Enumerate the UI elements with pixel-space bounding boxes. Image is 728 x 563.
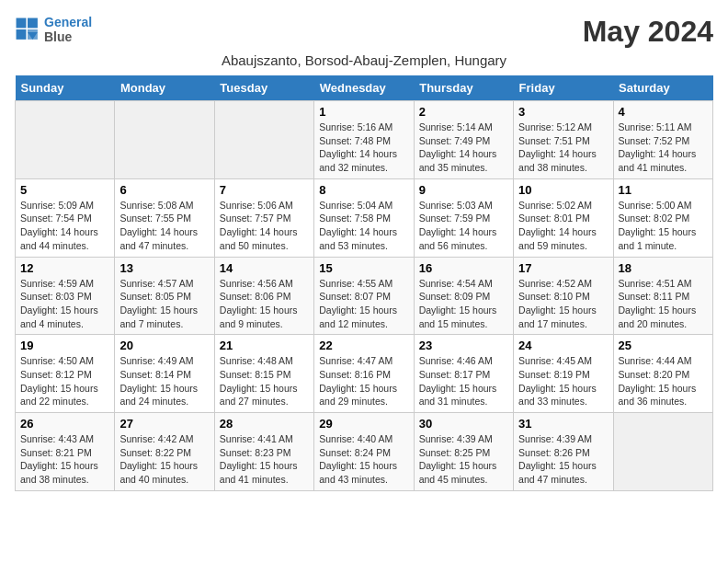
day-number: 27 — [119, 417, 209, 431]
day-number: 29 — [319, 417, 408, 431]
calendar-cell — [16, 101, 115, 179]
logo-icon — [15, 17, 40, 42]
calendar-cell: 22Sunrise: 4:47 AMSunset: 8:16 PMDayligh… — [314, 335, 414, 413]
day-number: 13 — [119, 261, 209, 275]
day-number: 8 — [319, 183, 408, 197]
calendar-cell: 8Sunrise: 5:04 AMSunset: 7:58 PMDaylight… — [314, 178, 414, 257]
calendar-cell: 19Sunrise: 4:50 AMSunset: 8:12 PMDayligh… — [16, 335, 115, 413]
day-number: 25 — [619, 339, 708, 352]
calendar-week-3: 12Sunrise: 4:59 AMSunset: 8:03 PMDayligh… — [16, 257, 713, 335]
day-info: Sunrise: 5:04 AMSunset: 7:58 PMDaylight:… — [319, 199, 408, 253]
calendar-cell: 27Sunrise: 4:42 AMSunset: 8:22 PMDayligh… — [115, 413, 214, 491]
header: General Blue May 2024 — [15, 15, 713, 49]
calendar-cell: 23Sunrise: 4:46 AMSunset: 8:17 PMDayligh… — [414, 335, 513, 413]
calendar-cell: 28Sunrise: 4:41 AMSunset: 8:23 PMDayligh… — [214, 413, 313, 491]
day-info: Sunrise: 4:59 AMSunset: 8:03 PMDaylight:… — [20, 277, 109, 331]
day-info: Sunrise: 5:03 AMSunset: 7:59 PMDaylight:… — [419, 199, 508, 253]
svg-rect-2 — [17, 29, 27, 40]
day-number: 4 — [619, 105, 708, 119]
calendar-cell: 5Sunrise: 5:09 AMSunset: 7:54 PMDaylight… — [16, 178, 115, 257]
day-number: 6 — [119, 183, 209, 197]
day-number: 9 — [419, 183, 508, 197]
calendar-week-1: 1Sunrise: 5:16 AMSunset: 7:48 PMDaylight… — [16, 101, 713, 179]
calendar-cell: 2Sunrise: 5:14 AMSunset: 7:49 PMDaylight… — [414, 101, 513, 179]
day-info: Sunrise: 4:47 AMSunset: 8:16 PMDaylight:… — [319, 354, 408, 408]
calendar-week-2: 5Sunrise: 5:09 AMSunset: 7:54 PMDaylight… — [16, 178, 713, 257]
day-info: Sunrise: 4:45 AMSunset: 8:19 PMDaylight:… — [518, 354, 608, 408]
page-title: May 2024 — [583, 15, 713, 49]
logo-text: General Blue — [44, 15, 92, 44]
day-info: Sunrise: 5:00 AMSunset: 8:02 PMDaylight:… — [619, 199, 708, 253]
svg-rect-3 — [28, 18, 38, 29]
calendar-cell: 25Sunrise: 4:44 AMSunset: 8:20 PMDayligh… — [613, 335, 712, 413]
calendar-cell: 18Sunrise: 4:51 AMSunset: 8:11 PMDayligh… — [613, 257, 712, 335]
day-info: Sunrise: 4:56 AMSunset: 8:06 PMDaylight:… — [220, 277, 309, 331]
calendar-cell: 1Sunrise: 5:16 AMSunset: 7:48 PMDaylight… — [314, 101, 414, 179]
calendar-cell: 15Sunrise: 4:55 AMSunset: 8:07 PMDayligh… — [314, 257, 414, 335]
day-number: 14 — [220, 261, 309, 275]
calendar-header-wednesday: Wednesday — [314, 75, 414, 101]
calendar-table: SundayMondayTuesdayWednesdayThursdayFrid… — [15, 75, 713, 491]
day-number: 11 — [619, 183, 708, 197]
day-number: 31 — [518, 417, 608, 431]
calendar-cell — [214, 101, 313, 179]
calendar-cell: 7Sunrise: 5:06 AMSunset: 7:57 PMDaylight… — [214, 178, 313, 257]
calendar-cell: 10Sunrise: 5:02 AMSunset: 8:01 PMDayligh… — [514, 178, 613, 257]
day-number: 7 — [220, 183, 309, 197]
day-info: Sunrise: 4:51 AMSunset: 8:11 PMDaylight:… — [619, 277, 708, 331]
calendar-header-friday: Friday — [514, 75, 613, 101]
day-info: Sunrise: 4:54 AMSunset: 8:09 PMDaylight:… — [419, 277, 508, 331]
day-info: Sunrise: 4:46 AMSunset: 8:17 PMDaylight:… — [419, 354, 508, 408]
page-container: General Blue May 2024 Abaujszanto, Borso… — [15, 15, 713, 491]
day-info: Sunrise: 5:16 AMSunset: 7:48 PMDaylight:… — [319, 121, 408, 175]
calendar-cell: 21Sunrise: 4:48 AMSunset: 8:15 PMDayligh… — [214, 335, 313, 413]
day-number: 2 — [419, 105, 508, 119]
calendar-cell: 12Sunrise: 4:59 AMSunset: 8:03 PMDayligh… — [16, 257, 115, 335]
calendar-week-5: 26Sunrise: 4:43 AMSunset: 8:21 PMDayligh… — [16, 413, 713, 491]
day-info: Sunrise: 5:08 AMSunset: 7:55 PMDaylight:… — [119, 199, 209, 253]
day-number: 10 — [518, 183, 608, 197]
logo: General Blue — [15, 15, 92, 44]
calendar-cell — [115, 101, 214, 179]
day-number: 17 — [518, 261, 608, 275]
day-number: 5 — [20, 183, 109, 197]
day-number: 19 — [20, 339, 109, 352]
day-info: Sunrise: 5:02 AMSunset: 8:01 PMDaylight:… — [518, 199, 608, 253]
day-info: Sunrise: 4:55 AMSunset: 8:07 PMDaylight:… — [319, 277, 408, 331]
day-info: Sunrise: 4:48 AMSunset: 8:15 PMDaylight:… — [220, 354, 309, 408]
day-number: 30 — [419, 417, 508, 431]
day-info: Sunrise: 4:49 AMSunset: 8:14 PMDaylight:… — [119, 354, 209, 408]
calendar-cell: 29Sunrise: 4:40 AMSunset: 8:24 PMDayligh… — [314, 413, 414, 491]
calendar-header-row: SundayMondayTuesdayWednesdayThursdayFrid… — [16, 75, 713, 101]
calendar-cell: 14Sunrise: 4:56 AMSunset: 8:06 PMDayligh… — [214, 257, 313, 335]
day-info: Sunrise: 4:42 AMSunset: 8:22 PMDaylight:… — [119, 432, 209, 487]
calendar-cell: 9Sunrise: 5:03 AMSunset: 7:59 PMDaylight… — [414, 178, 513, 257]
day-info: Sunrise: 4:50 AMSunset: 8:12 PMDaylight:… — [20, 354, 109, 408]
day-number: 28 — [220, 417, 309, 431]
calendar-cell: 30Sunrise: 4:39 AMSunset: 8:25 PMDayligh… — [414, 413, 513, 491]
calendar-cell: 6Sunrise: 5:08 AMSunset: 7:55 PMDaylight… — [115, 178, 214, 257]
calendar-cell: 20Sunrise: 4:49 AMSunset: 8:14 PMDayligh… — [115, 335, 214, 413]
day-number: 21 — [220, 339, 309, 352]
day-number: 1 — [319, 105, 408, 119]
day-info: Sunrise: 4:57 AMSunset: 8:05 PMDaylight:… — [119, 277, 209, 331]
calendar-week-4: 19Sunrise: 4:50 AMSunset: 8:12 PMDayligh… — [16, 335, 713, 413]
day-number: 23 — [419, 339, 508, 352]
calendar-header-sunday: Sunday — [16, 75, 115, 101]
calendar-cell: 24Sunrise: 4:45 AMSunset: 8:19 PMDayligh… — [514, 335, 613, 413]
day-info: Sunrise: 4:43 AMSunset: 8:21 PMDaylight:… — [20, 432, 109, 487]
calendar-cell: 11Sunrise: 5:00 AMSunset: 8:02 PMDayligh… — [613, 178, 712, 257]
calendar-header-monday: Monday — [115, 75, 214, 101]
day-number: 26 — [20, 417, 109, 431]
calendar-header-saturday: Saturday — [613, 75, 712, 101]
day-info: Sunrise: 4:52 AMSunset: 8:10 PMDaylight:… — [518, 277, 608, 331]
day-info: Sunrise: 5:14 AMSunset: 7:49 PMDaylight:… — [419, 121, 508, 175]
day-number: 15 — [319, 261, 408, 275]
calendar-cell: 16Sunrise: 4:54 AMSunset: 8:09 PMDayligh… — [414, 257, 513, 335]
day-info: Sunrise: 5:12 AMSunset: 7:51 PMDaylight:… — [518, 121, 608, 175]
day-number: 16 — [419, 261, 508, 275]
day-number: 22 — [319, 339, 408, 352]
calendar-header-tuesday: Tuesday — [214, 75, 313, 101]
day-info: Sunrise: 4:41 AMSunset: 8:23 PMDaylight:… — [220, 432, 309, 487]
calendar-cell: 26Sunrise: 4:43 AMSunset: 8:21 PMDayligh… — [16, 413, 115, 491]
